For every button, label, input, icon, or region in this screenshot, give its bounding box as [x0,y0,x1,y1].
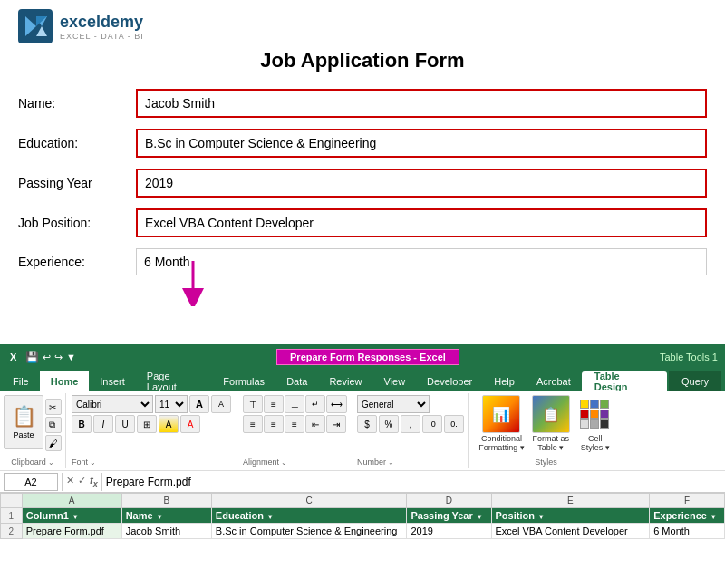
number-format-select[interactable]: General [357,395,430,413]
cell-e2[interactable]: Excel VBA Content Developer [491,524,650,539]
cell-styles-label: CellStyles ▾ [581,434,610,452]
tab-file[interactable]: File [2,371,40,391]
paste-button[interactable]: 📋 Paste [4,395,44,449]
form-row-education: Education: B.Sc in Computer Science & En… [18,129,707,158]
quick-access-icon[interactable]: ▼ [66,352,76,362]
cell-styles-button[interactable]: CellStyles ▾ [577,395,614,452]
dropdown-arrow-year[interactable]: ▾ [478,513,481,521]
font-name-select[interactable]: Calibri [72,395,153,413]
merge-center-button[interactable]: ⟷ [326,395,347,413]
clipboard-expand-icon[interactable]: ⌄ [48,458,54,467]
tab-review[interactable]: Review [318,371,372,391]
insert-function-icon[interactable]: fx [90,475,98,488]
input-passing-year[interactable]: 2019 [136,169,707,198]
dropdown-arrow-name[interactable]: ▾ [158,513,161,521]
format-as-table-label: Format asTable ▾ [532,434,569,452]
tab-page-layout[interactable]: Page Layout [136,371,212,391]
dropdown-arrow-education[interactable]: ▾ [268,513,272,521]
header-experience[interactable]: Experience ▾ [650,508,725,524]
increase-decimal-button[interactable]: .0 [422,415,442,433]
tab-query[interactable]: Query [669,371,721,391]
col-header-e[interactable]: E [491,494,650,508]
cell-b2[interactable]: Jacob Smith [121,524,211,539]
fill-color-button[interactable]: A [159,415,179,433]
decrease-decimal-button[interactable]: 0. [444,415,464,433]
col-header-b[interactable]: B [121,494,211,508]
align-center-button[interactable]: ≡ [264,415,284,433]
input-experience[interactable]: 6 Month [136,248,707,275]
confirm-formula-icon[interactable]: ✓ [78,475,86,488]
col-header-c[interactable]: C [211,494,407,508]
cancel-formula-icon[interactable]: ✕ [66,475,74,488]
alignment-expand-icon[interactable]: ⌄ [281,458,287,467]
tab-insert[interactable]: Insert [89,371,136,391]
col-header-f[interactable]: F [650,494,725,508]
header-education[interactable]: Education ▾ [211,508,407,524]
logo-area: exceldemy EXCEL - DATA - BI [18,9,707,43]
percent-button[interactable]: % [379,415,399,433]
align-bottom-button[interactable]: ⊥ [285,395,304,413]
tab-formulas[interactable]: Formulas [212,371,276,391]
tab-help[interactable]: Help [483,371,526,391]
undo-icon[interactable]: ↩ [43,352,51,363]
copy-button[interactable]: ⧉ [45,417,62,433]
tab-table-design[interactable]: Table Design [582,371,667,391]
input-education[interactable]: B.Sc in Computer Science & Engineering [136,129,707,158]
header-position[interactable]: Position ▾ [491,508,650,524]
logo-main: exceldemy [60,13,144,32]
cell-c2[interactable]: B.Sc in Computer Science & Engineering [211,524,407,539]
tab-acrobat[interactable]: Acrobat [526,371,582,391]
font-expand-icon[interactable]: ⌄ [90,458,96,467]
input-job-position[interactable]: Excel VBA Content Developer [136,208,707,237]
paste-icon: 📋 [12,405,36,429]
shrink-font-button[interactable]: A [211,395,231,413]
styles-group-label: Styles [535,458,557,467]
table-tools-label: Table Tools 1 [660,352,718,362]
header-passing-year[interactable]: Passing Year ▾ [407,508,491,524]
italic-button[interactable]: I [93,415,113,433]
tab-data[interactable]: Data [276,371,318,391]
dropdown-arrow-experience[interactable]: ▾ [711,513,715,521]
cell-a2[interactable]: Prepare Form.pdf [22,524,121,539]
align-top-button[interactable]: ⊤ [243,395,263,413]
tab-view[interactable]: View [372,371,416,391]
font-size-select[interactable]: 11 [155,395,188,413]
cell-f2[interactable]: 6 Month [650,524,725,539]
col-header-a[interactable]: A [22,494,121,508]
alignment-group-label: Alignment [243,458,279,467]
conditional-formatting-label: ConditionalFormatting ▾ [478,434,525,452]
align-left-button[interactable]: ≡ [243,415,263,433]
font-group-label: Font [72,458,88,467]
wrap-text-button[interactable]: ↵ [305,395,325,413]
cut-button[interactable]: ✂ [45,399,62,415]
cell-d2[interactable]: 2019 [407,524,491,539]
font-color-button[interactable]: A [180,415,200,433]
increase-indent-button[interactable]: ⇥ [326,415,346,433]
redo-icon[interactable]: ↪ [54,352,63,363]
number-expand-icon[interactable]: ⌄ [388,458,394,467]
col-header-d[interactable]: D [407,494,491,508]
tab-home[interactable]: Home [40,371,90,391]
formula-icons: ✕ ✓ fx [66,475,98,488]
dropdown-arrow-col1[interactable]: ▾ [73,513,77,521]
decrease-indent-button[interactable]: ⇤ [305,415,325,433]
align-right-button[interactable]: ≡ [285,415,304,433]
tab-developer[interactable]: Developer [416,371,483,391]
align-middle-button[interactable]: ≡ [264,395,284,413]
grow-font-button[interactable]: A [189,395,209,413]
format-as-table-button[interactable]: 📋 Format asTable ▾ [528,395,574,452]
name-box[interactable]: A2 [4,473,58,491]
bold-button[interactable]: B [72,415,92,433]
border-button[interactable]: ⊞ [137,415,157,433]
currency-button[interactable]: $ [357,415,377,433]
header-col1[interactable]: Column1 ▾ [22,508,121,524]
input-name[interactable]: Jacob Smith [136,89,707,118]
comma-button[interactable]: , [401,415,420,433]
form-row-name: Name: Jacob Smith [18,89,707,118]
dropdown-arrow-position[interactable]: ▾ [539,513,543,521]
save-icon[interactable]: 💾 [25,351,39,363]
format-painter-button[interactable]: 🖌 [45,435,62,451]
conditional-formatting-button[interactable]: 📊 ConditionalFormatting ▾ [478,395,525,452]
underline-button[interactable]: U [115,415,135,433]
header-name[interactable]: Name ▾ [121,508,211,524]
